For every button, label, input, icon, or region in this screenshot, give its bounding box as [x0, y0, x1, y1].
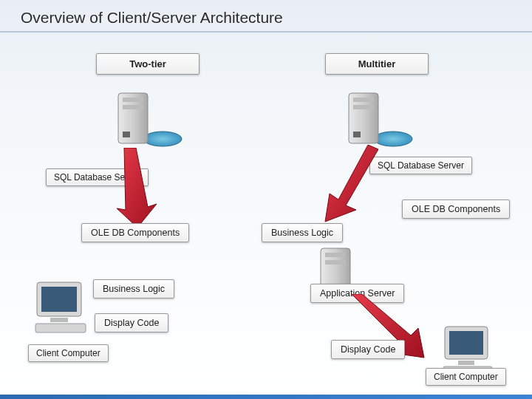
- svg-rect-12: [353, 98, 374, 102]
- svg-rect-18: [325, 260, 346, 265]
- svg-point-0: [143, 132, 182, 146]
- svg-rect-9: [35, 324, 86, 332]
- client-computer-left: Client Computer: [28, 344, 109, 362]
- svg-rect-3: [123, 105, 143, 109]
- svg-rect-2: [123, 98, 143, 102]
- two-tier-label: Two-tier: [96, 53, 200, 75]
- svg-rect-22: [449, 331, 483, 355]
- client-computer-right: Client Computer: [426, 368, 506, 386]
- svg-rect-8: [50, 318, 68, 322]
- business-logic-right: Business Logic: [262, 223, 343, 242]
- svg-rect-14: [353, 132, 361, 137]
- page-title: Overview of Client/Server Architecture: [21, 9, 283, 27]
- sql-db-server-left: SQL Database Server: [46, 168, 149, 186]
- footer-bar: [0, 395, 532, 399]
- ole-db-right: OLE DB Components: [402, 200, 510, 219]
- display-code-right: Display Code: [331, 340, 405, 359]
- svg-rect-17: [325, 253, 346, 257]
- multitier-label: Multitier: [325, 53, 429, 75]
- svg-rect-7: [41, 287, 77, 312]
- svg-rect-23: [458, 361, 474, 365]
- arrow-icon: [115, 148, 160, 229]
- svg-rect-13: [353, 105, 374, 109]
- monitor-icon: [33, 279, 95, 335]
- title-underline: [0, 31, 532, 33]
- svg-rect-4: [123, 132, 130, 137]
- ole-db-left: OLE DB Components: [81, 223, 189, 242]
- svg-marker-5: [117, 148, 157, 228]
- sql-db-server-right: SQL Database Server: [369, 157, 472, 174]
- application-server: Application Server: [310, 284, 404, 303]
- display-code-left: Display Code: [95, 313, 168, 332]
- svg-point-10: [374, 132, 412, 146]
- server-icon: [341, 87, 415, 154]
- server-icon: [111, 87, 185, 154]
- business-logic-left: Business Logic: [93, 279, 174, 299]
